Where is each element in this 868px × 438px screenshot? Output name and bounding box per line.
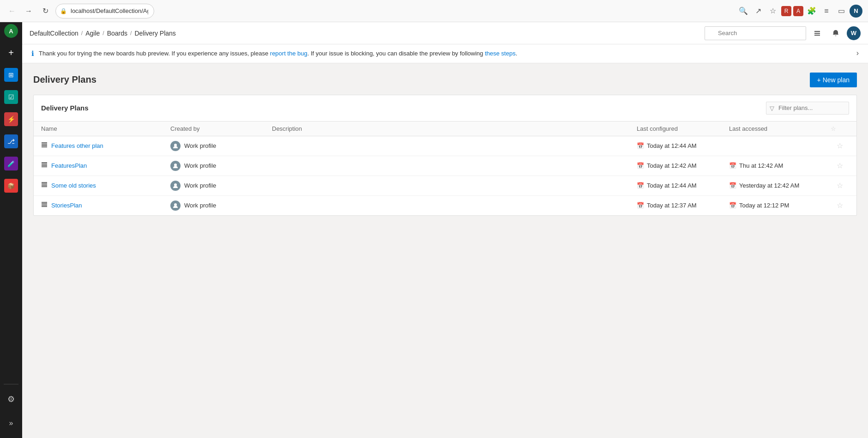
browser-chrome: ← → ↻ 🔒 🔍 ↗ ☆ R A 🧩 ≡ ▭ N — [0, 0, 868, 22]
breadcrumb-agile[interactable]: Agile — [85, 30, 100, 37]
user-avatar-3 — [170, 201, 181, 211]
plan-icon-3 — [41, 201, 48, 209]
menu-icon[interactable]: ≡ — [820, 5, 833, 18]
svg-rect-11 — [42, 166, 47, 167]
sidebar-item-pipelines[interactable]: ⚡ — [1, 109, 21, 129]
sidebar-item-expand[interactable]: » — [1, 413, 21, 433]
info-banner: ℹ Thank you for trying the new boards hu… — [22, 44, 868, 63]
browser-right-icons: 🔍 ↗ ☆ R A 🧩 ≡ ▭ N — [737, 5, 862, 18]
last-accessed-cell-1: 📅 Thu at 12:42 AM — [729, 162, 831, 169]
sidebar-item-boards[interactable]: ☑ — [1, 87, 21, 107]
main-content: DefaultCollection / Agile / Boards / Del… — [22, 22, 868, 438]
created-by-text-0: Work profile — [184, 142, 216, 149]
plan-name-text-1: FeaturesPlan — [51, 162, 87, 169]
banner-close-icon[interactable]: › — [856, 49, 859, 57]
breadcrumb-defaultcollection[interactable]: DefaultCollection — [30, 30, 78, 37]
breadcrumb-boards[interactable]: Boards — [107, 30, 127, 37]
table-row: Features other plan Work profile — [34, 136, 856, 156]
plan-name-cell-1[interactable]: FeaturesPlan — [41, 162, 170, 170]
bell-icon — [832, 30, 839, 37]
new-plan-button[interactable]: + New plan — [810, 73, 857, 87]
address-bar-wrapper: 🔒 — [55, 4, 379, 18]
breadcrumb-delivery-plans: Delivery Plans — [134, 30, 175, 37]
page-title: Delivery Plans — [33, 74, 96, 85]
sidebar-item-create[interactable]: + — [1, 43, 21, 63]
filter-input[interactable] — [766, 102, 849, 115]
sidebar-user-avatar[interactable]: A — [4, 24, 18, 38]
testplans-icon: 🧪 — [4, 157, 18, 170]
col-header-created-by: Created by — [170, 125, 272, 132]
sidebar: A + ⊞ ☑ ⚡ ⎇ 🧪 — [0, 22, 22, 438]
plan-name-cell-2[interactable]: Some old stories — [41, 182, 170, 189]
sidebar-item-artifacts[interactable]: 📦 — [1, 176, 21, 196]
sidebar-toggle-icon[interactable]: ▭ — [835, 5, 848, 18]
back-button[interactable]: ← — [6, 5, 18, 18]
share-icon[interactable]: ↗ — [752, 5, 765, 18]
table-row: StoriesPlan Work profile 📅 — [34, 196, 856, 215]
filter-icon: ▽ — [770, 104, 774, 111]
col-header-description: Description — [272, 125, 637, 132]
svg-rect-19 — [42, 203, 47, 204]
plans-container: Delivery Plans ▽ Name Created by Descrip… — [33, 95, 857, 216]
plans-table-title: Delivery Plans — [41, 104, 89, 112]
svg-rect-20 — [42, 205, 47, 206]
extension-dark-icon: A — [793, 6, 803, 16]
star-cell-3[interactable]: ☆ — [831, 201, 849, 210]
top-nav-avatar[interactable]: W — [847, 26, 861, 40]
svg-rect-1 — [814, 33, 820, 34]
svg-rect-13 — [42, 182, 47, 183]
plan-name-cell-0[interactable]: Features other plan — [41, 142, 170, 150]
svg-rect-15 — [42, 185, 47, 186]
sidebar-item-testplans[interactable]: 🧪 — [1, 153, 21, 174]
last-accessed-cell-3: 📅 Today at 12:12 PM — [729, 202, 831, 209]
last-accessed-text-2: Yesterday at 12:42 AM — [739, 182, 799, 189]
accessed-calendar-icon-2: 📅 — [729, 182, 736, 189]
list-icon — [814, 30, 821, 37]
last-configured-cell-3: 📅 Today at 12:37 AM — [637, 202, 729, 209]
sidebar-item-repos[interactable]: ⎇ — [1, 131, 21, 152]
filter-wrapper: ▽ — [766, 102, 849, 115]
these-steps-link[interactable]: these steps — [485, 50, 516, 57]
bookmark-icon[interactable]: ☆ — [766, 5, 779, 18]
created-by-text-3: Work profile — [184, 202, 216, 209]
accessed-calendar-icon-3: 📅 — [729, 202, 736, 209]
artifacts-icon: 📦 — [4, 179, 18, 193]
puzzle-icon[interactable]: 🧩 — [805, 5, 818, 18]
star-cell-0[interactable]: ☆ — [831, 141, 849, 150]
app-layout: A + ⊞ ☑ ⚡ ⎇ 🧪 — [0, 22, 868, 438]
address-bar[interactable] — [55, 4, 154, 18]
sidebar-item-settings[interactable]: ⚙ — [1, 389, 21, 409]
forward-button[interactable]: → — [22, 5, 35, 18]
plan-icon-0 — [41, 142, 48, 150]
report-bug-link[interactable]: report the bug — [270, 50, 307, 57]
last-configured-text-1: Today at 12:42 AM — [647, 162, 697, 169]
star-cell-1[interactable]: ☆ — [831, 161, 849, 170]
svg-rect-10 — [42, 165, 47, 166]
calendar-icon-3: 📅 — [637, 202, 644, 209]
search-browser-icon[interactable]: 🔍 — [737, 5, 750, 18]
svg-rect-2 — [814, 35, 820, 36]
browser-profile-avatar[interactable]: N — [850, 5, 862, 18]
sidebar-item-overview[interactable]: ⊞ — [1, 65, 21, 85]
plans-table-header: Delivery Plans ▽ — [34, 95, 856, 122]
banner-text-before: Thank you for trying the new boards hub … — [39, 50, 270, 57]
accessed-calendar-icon-1: 📅 — [729, 162, 736, 169]
last-configured-cell-1: 📅 Today at 12:42 AM — [637, 162, 729, 169]
user-avatar-0 — [170, 141, 181, 151]
breadcrumb-sep-2: / — [102, 30, 104, 36]
reload-button[interactable]: ↻ — [39, 5, 52, 18]
list-view-icon-btn[interactable] — [810, 26, 825, 41]
plan-icon-2 — [41, 182, 48, 189]
search-wrapper: 🔍 — [705, 26, 806, 40]
breadcrumb-sep-1: / — [81, 30, 83, 36]
last-configured-text-0: Today at 12:44 AM — [647, 142, 697, 149]
svg-rect-9 — [42, 164, 47, 164]
page-body: ℹ Thank you for trying the new boards hu… — [22, 44, 868, 438]
notifications-icon-btn[interactable] — [828, 26, 843, 41]
search-input[interactable] — [705, 26, 806, 40]
plan-name-cell-3[interactable]: StoriesPlan — [41, 201, 170, 209]
svg-rect-14 — [42, 183, 47, 184]
last-accessed-text-3: Today at 12:12 PM — [739, 202, 789, 209]
star-cell-2[interactable]: ☆ — [831, 181, 849, 190]
sidebar-separator — [4, 384, 18, 384]
